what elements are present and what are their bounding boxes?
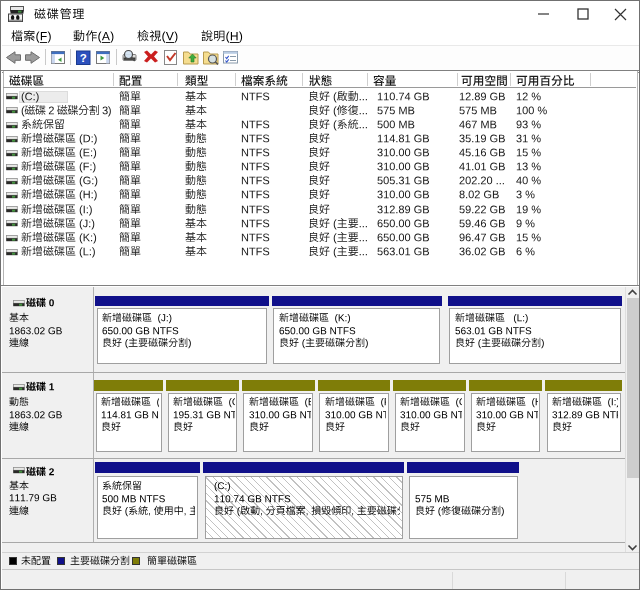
- svg-text:?: ?: [80, 52, 87, 64]
